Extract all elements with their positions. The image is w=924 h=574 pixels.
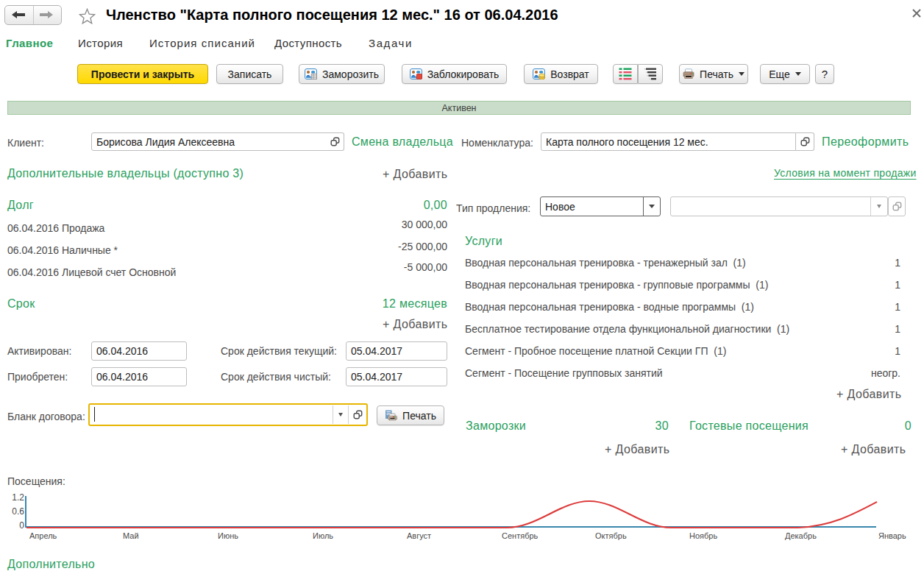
svg-text:Май: Май bbox=[123, 531, 139, 540]
svg-text:0: 0 bbox=[19, 520, 24, 531]
svg-text:Август: Август bbox=[407, 531, 431, 540]
svg-text:Июнь: Июнь bbox=[218, 531, 238, 540]
svg-text:Январь: Январь bbox=[878, 531, 906, 540]
svg-text:0.6: 0.6 bbox=[12, 506, 24, 517]
svg-text:Июль: Июль bbox=[313, 531, 333, 540]
svg-text:Ноябрь: Ноябрь bbox=[689, 531, 717, 540]
svg-text:Октябрь: Октябрь bbox=[595, 531, 627, 540]
svg-text:Сентябрь: Сентябрь bbox=[502, 531, 539, 540]
svg-text:Декабрь: Декабрь bbox=[785, 531, 817, 540]
svg-text:1.2: 1.2 bbox=[12, 492, 24, 503]
svg-text:Апрель: Апрель bbox=[29, 531, 57, 540]
